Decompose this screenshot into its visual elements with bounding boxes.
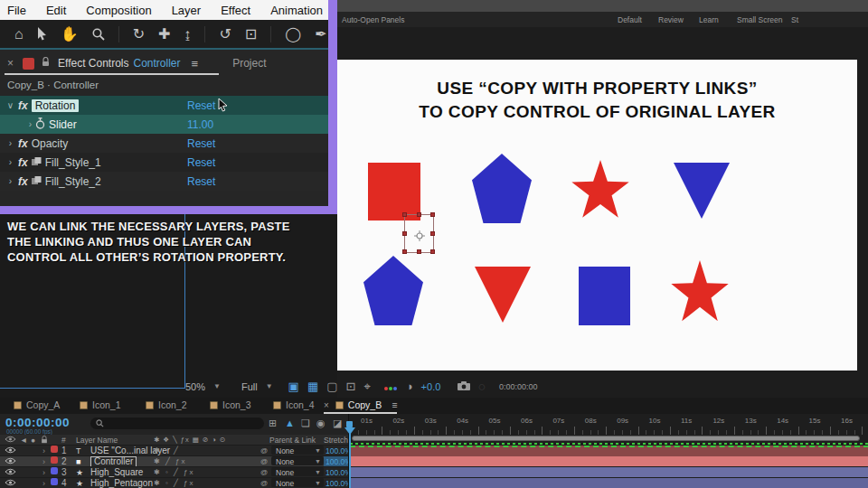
menu-item-file[interactable]: File xyxy=(7,4,26,17)
channel-icon[interactable] xyxy=(384,381,398,392)
property-value[interactable]: 11.00 xyxy=(187,118,213,131)
current-timecode[interactable]: 0:00:00:00 xyxy=(5,416,70,429)
property-value[interactable]: Reset xyxy=(187,137,215,150)
blue-triangle-shape[interactable] xyxy=(674,163,730,219)
workspace-default[interactable]: Default xyxy=(618,15,642,24)
guides-icon[interactable]: ⌖ xyxy=(363,380,370,392)
layer-track-bar[interactable] xyxy=(350,456,868,466)
pickwhip-icon[interactable]: @ xyxy=(260,478,268,488)
playhead-icon[interactable] xyxy=(344,427,355,440)
comp-tab-copy_b[interactable]: ×Copy_B≡ xyxy=(324,399,397,414)
layer-name[interactable]: High_Pentagon xyxy=(90,478,153,488)
exposure-value[interactable]: +0.0 xyxy=(421,381,441,392)
transparency-grid-icon[interactable]: ▦ xyxy=(307,380,318,392)
expander-icon[interactable]: › xyxy=(25,119,35,129)
selection-tool-icon[interactable] xyxy=(37,27,47,41)
selection-handle[interactable] xyxy=(430,212,435,217)
blue-pentagon-shape[interactable] xyxy=(363,256,423,325)
property-value[interactable]: Reset xyxy=(187,99,215,112)
effect-row-rotation[interactable]: ∨fxRotationReset xyxy=(0,96,328,115)
orbit-camera-icon[interactable]: ↻ xyxy=(133,27,145,42)
selection-view-icon[interactable]: ▣ xyxy=(288,380,299,392)
layer-row-use-co-inal-layer[interactable]: ›1TUSE "Co...inal layer✱ ◦ ╱@None▼100.0% xyxy=(0,445,348,455)
layer-switches-icons[interactable]: ✱ ◦ ╱ ƒx xyxy=(154,478,194,488)
tab-effect-controls[interactable]: Effect Controls xyxy=(58,57,128,70)
expander-icon[interactable]: › xyxy=(5,138,15,148)
region-of-interest-icon[interactable]: ⊡ xyxy=(245,27,257,42)
reset-exposure-icon[interactable]: ◑ xyxy=(406,380,413,392)
tab-close-icon[interactable]: × xyxy=(324,400,329,410)
selection-handle[interactable] xyxy=(430,231,435,236)
resolution-dropdown-icon[interactable]: ▼ xyxy=(266,382,273,390)
motion-blur-icon[interactable]: ◉ xyxy=(316,418,326,428)
layer-visibility-eye-icon[interactable] xyxy=(5,478,16,488)
menu-item-effect[interactable]: Effect xyxy=(221,4,250,17)
anchor-point-icon[interactable] xyxy=(414,229,425,245)
graph-editor-icon[interactable]: ◪ xyxy=(333,418,342,428)
selection-handle[interactable] xyxy=(402,212,407,217)
layer-row-controller[interactable]: ›2■Controller✱ ╱ ƒx@None▼100.0% xyxy=(0,455,348,466)
workspace-learn[interactable]: Learn xyxy=(699,15,719,24)
stopwatch-icon[interactable] xyxy=(35,117,49,132)
rotate-tool-icon[interactable]: ↺ xyxy=(219,27,231,42)
playhead-line[interactable] xyxy=(349,425,351,488)
region-of-interest-icon[interactable]: ⊡ xyxy=(346,380,356,392)
pen-tool-icon[interactable]: ✒ xyxy=(315,27,326,42)
layer-selection-box[interactable] xyxy=(404,214,434,253)
parent-dropdown[interactable]: None▼ xyxy=(271,478,324,487)
comp-tab-icon_1[interactable]: Icon_1 xyxy=(80,399,121,410)
comp-tab-icon_4[interactable]: Icon_4 xyxy=(273,399,315,410)
frame-blend-icon[interactable]: ❏ xyxy=(301,418,310,428)
layer-label-swatch[interactable] xyxy=(51,478,58,485)
dolly-camera-icon[interactable]: ↨ xyxy=(184,27,191,42)
comp-tab-icon_2[interactable]: Icon_2 xyxy=(146,399,187,410)
workspace-review[interactable]: Review xyxy=(658,15,684,24)
layer-track-bar[interactable] xyxy=(350,467,868,477)
parent-dropdown[interactable]: None▼ xyxy=(271,456,324,465)
layer-row-high-pentagon[interactable]: ›4★High_Pentagon✱ ◦ ╱ ƒx@None▼100.0% xyxy=(0,477,348,488)
selection-handle[interactable] xyxy=(417,212,421,217)
tab-menu-icon[interactable]: ≡ xyxy=(392,399,397,410)
property-value[interactable]: Reset xyxy=(187,156,215,169)
mask-visibility-icon[interactable]: ▢ xyxy=(326,380,337,392)
workspace-small-screen[interactable]: Small Screen xyxy=(737,15,783,24)
mask-ellipse-icon[interactable]: ◯ xyxy=(285,27,301,42)
zoom-tool-icon[interactable] xyxy=(92,28,105,41)
selection-handle[interactable] xyxy=(402,249,407,254)
menu-item-layer[interactable]: Layer xyxy=(172,4,202,17)
menu-item-animation[interactable]: Animation xyxy=(270,4,323,17)
layer-label-swatch[interactable] xyxy=(51,446,58,453)
workspace-st[interactable]: St xyxy=(791,15,798,24)
pan-camera-icon[interactable]: ✚ xyxy=(158,27,170,42)
selection-handle[interactable] xyxy=(417,249,421,254)
expander-icon[interactable]: ∨ xyxy=(5,100,15,110)
layer-label-swatch[interactable] xyxy=(51,456,58,464)
draft-3d-icon[interactable]: ▲ xyxy=(285,418,295,428)
work-area-bar[interactable] xyxy=(352,436,860,441)
layer-label-swatch[interactable] xyxy=(51,467,58,474)
layer-expander-icon[interactable]: › xyxy=(42,478,45,488)
selection-handle[interactable] xyxy=(402,231,407,236)
property-value[interactable]: Reset xyxy=(187,175,215,188)
home-icon[interactable]: ⌂ xyxy=(14,27,24,42)
parent-dropdown[interactable]: None▼ xyxy=(271,446,324,455)
effect-row-fill_style_1[interactable]: ›fxFill_Style_1Reset xyxy=(0,153,328,172)
snapshot-camera-icon[interactable] xyxy=(458,380,470,392)
comp-mini-flowchart-icon[interactable]: ⊞ xyxy=(269,418,277,428)
comp-tab-icon_3[interactable]: Icon_3 xyxy=(210,399,251,410)
blue-square-shape[interactable] xyxy=(579,267,630,325)
red-triangle-shape[interactable] xyxy=(475,267,531,323)
red-square-shape[interactable] xyxy=(368,163,420,221)
expander-icon[interactable]: › xyxy=(5,157,15,167)
parent-dropdown[interactable]: None▼ xyxy=(271,467,324,476)
effect-row-opacity[interactable]: ›fxOpacityReset xyxy=(0,134,328,153)
panel-menu-icon[interactable]: ≡ xyxy=(192,57,199,70)
comp-title-line2[interactable]: TO COPY CONTROL OF ORIGINAL LAYER xyxy=(337,102,857,122)
lock-icon[interactable] xyxy=(42,57,50,70)
layer-track-bar[interactable] xyxy=(350,478,868,488)
hand-tool-icon[interactable]: ✋ xyxy=(61,27,79,42)
panel-close-icon[interactable]: × xyxy=(7,57,14,70)
menu-item-composition[interactable]: Composition xyxy=(86,4,151,17)
effect-row-fill_style_2[interactable]: ›fxFill_Style_2Reset xyxy=(0,172,328,191)
playhead-handle[interactable] xyxy=(346,421,353,427)
